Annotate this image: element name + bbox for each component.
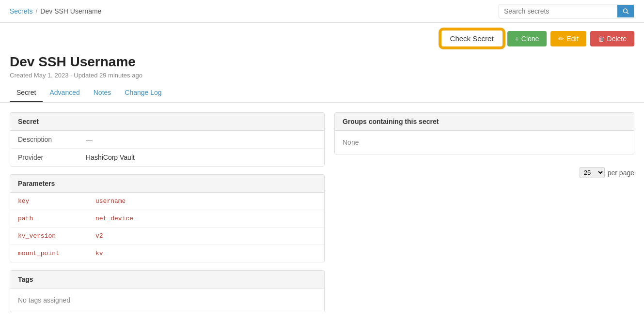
top-nav: Secrets / Dev SSH Username xyxy=(0,0,644,23)
trash-icon: 🗑 xyxy=(598,35,605,43)
plus-icon: + xyxy=(515,35,519,43)
table-row: path net_device xyxy=(10,210,324,228)
per-page-label: per page xyxy=(608,169,634,177)
svg-line-1 xyxy=(627,13,628,14)
search-input[interactable] xyxy=(499,4,617,18)
groups-card-body: None xyxy=(335,131,634,154)
tags-card-header: Tags xyxy=(10,271,324,289)
page-meta: Created May 1, 2023 · Updated 29 minutes… xyxy=(10,72,634,79)
param-key-1: key xyxy=(18,198,95,205)
secret-card: Secret Description — Provider HashiCorp … xyxy=(10,112,325,167)
parameters-card-body: key username path net_device kv_version … xyxy=(10,193,324,262)
svg-point-0 xyxy=(623,9,627,13)
action-bar: Check Secret + Clone ✏ Edit 🗑 Delete xyxy=(0,23,644,54)
breadcrumb-current: Dev SSH Username xyxy=(40,7,101,15)
tabs: Secret Advanced Notes Change Log xyxy=(0,84,644,103)
main-content: Secret Description — Provider HashiCorp … xyxy=(0,112,644,312)
param-key-3: kv_version xyxy=(18,232,95,240)
check-secret-button[interactable]: Check Secret xyxy=(440,30,503,47)
tab-advanced[interactable]: Advanced xyxy=(43,84,86,102)
table-row: Description — xyxy=(10,131,324,149)
param-key-4: mount_point xyxy=(18,250,95,257)
tab-change-log[interactable]: Change Log xyxy=(118,84,168,102)
per-page-row: 10 25 50 100 per page xyxy=(334,162,634,183)
parameters-card-header: Parameters xyxy=(10,175,324,193)
param-value-3: v2 xyxy=(95,232,103,240)
secret-card-body: Description — Provider HashiCorp Vault xyxy=(10,131,324,166)
tags-card: Tags No tags assigned xyxy=(10,270,325,312)
search-icon xyxy=(622,8,629,15)
table-row: Provider HashiCorp Vault xyxy=(10,149,324,166)
groups-empty-text: None xyxy=(335,131,634,154)
tags-card-body: No tags assigned xyxy=(10,289,324,312)
no-tags-text: No tags assigned xyxy=(10,289,324,312)
clone-button-label: Clone xyxy=(521,35,539,43)
table-row: key username xyxy=(10,193,324,210)
table-row: mount_point kv xyxy=(10,245,324,262)
page-header: Dev SSH Username Created May 1, 2023 · U… xyxy=(0,54,644,84)
clone-button[interactable]: + Clone xyxy=(507,31,547,46)
param-value-4: kv xyxy=(95,250,103,257)
groups-card-header: Groups containing this secret xyxy=(335,113,634,131)
edit-button-label: Edit xyxy=(566,35,578,43)
groups-card: Groups containing this secret None xyxy=(334,112,634,154)
provider-label: Provider xyxy=(18,153,86,161)
pencil-icon: ✏ xyxy=(558,35,564,43)
param-key-2: path xyxy=(18,215,95,222)
search-button[interactable] xyxy=(617,5,634,17)
page-title: Dev SSH Username xyxy=(10,54,634,70)
provider-value: HashiCorp Vault xyxy=(86,153,135,161)
description-value: — xyxy=(86,136,93,143)
left-column: Secret Description — Provider HashiCorp … xyxy=(10,112,325,312)
search-bar xyxy=(499,4,634,18)
breadcrumb: Secrets / Dev SSH Username xyxy=(10,7,101,15)
tab-notes[interactable]: Notes xyxy=(87,84,118,102)
table-row: kv_version v2 xyxy=(10,228,324,245)
param-value-1: username xyxy=(95,198,126,205)
param-value-2: net_device xyxy=(95,215,133,222)
delete-button-label: Delete xyxy=(607,35,627,43)
breadcrumb-separator: / xyxy=(35,7,37,15)
delete-button[interactable]: 🗑 Delete xyxy=(590,31,634,46)
description-label: Description xyxy=(18,136,86,143)
breadcrumb-parent-link[interactable]: Secrets xyxy=(10,7,32,15)
edit-button[interactable]: ✏ Edit xyxy=(550,31,586,46)
tab-secret[interactable]: Secret xyxy=(10,84,43,102)
secret-card-header: Secret xyxy=(10,113,324,131)
per-page-select[interactable]: 10 25 50 100 xyxy=(580,167,605,178)
parameters-card: Parameters key username path net_device … xyxy=(10,174,325,262)
right-column: Groups containing this secret None 10 25… xyxy=(334,112,634,312)
